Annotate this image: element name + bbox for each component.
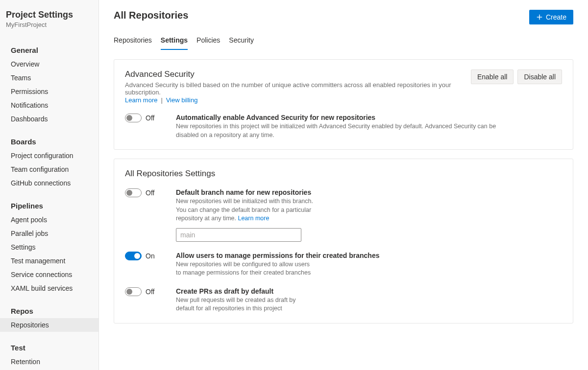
create-button-label: Create xyxy=(546,13,566,21)
sidebar-item-parallel-jobs[interactable]: Parallel jobs xyxy=(0,227,98,240)
link-separator: | xyxy=(161,96,162,104)
sidebar-item-service-connections[interactable]: Service connections xyxy=(0,268,98,281)
plus-icon xyxy=(536,14,543,21)
toggle-wrap: Off xyxy=(125,188,169,197)
sidebar: Project Settings MyFirstProject General … xyxy=(0,0,99,370)
sidebar-group-title: Test xyxy=(0,341,98,355)
create-button[interactable]: Create xyxy=(529,10,573,24)
manage-permissions-toggle[interactable] xyxy=(125,252,142,260)
disable-all-button[interactable]: Disable all xyxy=(517,69,562,84)
page-title: All Repositories xyxy=(114,10,188,21)
toggle-state-label: On xyxy=(146,252,155,260)
sidebar-group-title: Pipelines xyxy=(0,199,98,213)
sidebar-item-xaml-build-services[interactable]: XAML build services xyxy=(0,281,98,295)
default-branch-input[interactable] xyxy=(176,228,301,242)
setting-title: Allow users to manage permissions for th… xyxy=(176,252,519,259)
card-header: Advanced Security Advanced Security is b… xyxy=(125,69,562,104)
sidebar-item-retention[interactable]: Retention xyxy=(0,355,98,369)
action-buttons: Enable all Disable all xyxy=(471,69,562,84)
setting-body: Allow users to manage permissions for th… xyxy=(176,252,519,278)
sidebar-item-github-connections[interactable]: GitHub connections xyxy=(0,176,98,190)
toggle-state-label: Off xyxy=(146,114,154,122)
default-branch-toggle[interactable] xyxy=(125,188,142,197)
section-desc: Advanced Security is billed based on the… xyxy=(125,81,461,96)
setting-title: Default branch name for new repositories xyxy=(176,188,519,196)
sidebar-item-settings[interactable]: Settings xyxy=(0,240,98,254)
tab-settings[interactable]: Settings xyxy=(161,33,188,50)
page-header: All Repositories Create xyxy=(114,10,573,24)
sidebar-item-teams[interactable]: Teams xyxy=(0,71,98,85)
sidebar-group-title: Boards xyxy=(0,135,98,149)
setting-manage-permissions: On Allow users to manage permissions for… xyxy=(125,252,562,278)
setting-desc: New pull requests will be created as dra… xyxy=(176,296,313,313)
enable-all-button[interactable]: Enable all xyxy=(471,69,514,84)
all-repo-settings-card: All Repositories Settings Off Default br… xyxy=(114,159,573,324)
learn-more-link[interactable]: Learn more xyxy=(125,96,157,104)
sidebar-item-dashboards[interactable]: Dashboards xyxy=(0,112,98,126)
setting-title: Create PRs as draft by default xyxy=(176,287,519,295)
sidebar-item-overview[interactable]: Overview xyxy=(0,57,98,71)
sidebar-group-general: General Overview Teams Permissions Notif… xyxy=(0,43,98,126)
sidebar-title: Project Settings xyxy=(6,10,93,20)
sidebar-item-notifications[interactable]: Notifications xyxy=(0,98,98,112)
auto-enable-toggle[interactable] xyxy=(125,114,142,122)
section-title: Advanced Security xyxy=(125,69,461,79)
sidebar-item-test-management[interactable]: Test management xyxy=(0,254,98,268)
toggle-wrap: On xyxy=(125,252,169,260)
setting-body: Automatically enable Advanced Security f… xyxy=(176,114,519,139)
setting-auto-enable: Off Automatically enable Advanced Securi… xyxy=(125,114,562,139)
sidebar-item-permissions[interactable]: Permissions xyxy=(0,85,98,98)
main-content: All Repositories Create Repositories Set… xyxy=(99,0,588,370)
setting-desc: New repositories will be configured to a… xyxy=(176,260,313,278)
view-billing-link[interactable]: View billing xyxy=(166,96,198,104)
sidebar-group-test: Test Retention xyxy=(0,341,98,369)
tab-repositories[interactable]: Repositories xyxy=(114,33,152,50)
advanced-security-card: Advanced Security Advanced Security is b… xyxy=(114,59,573,150)
sidebar-subtitle: MyFirstProject xyxy=(6,21,93,28)
sidebar-item-repositories[interactable]: Repositories xyxy=(0,318,98,332)
setting-title: Automatically enable Advanced Security f… xyxy=(176,114,519,121)
setting-desc: New repositories will be initialized wit… xyxy=(176,197,313,223)
tab-security[interactable]: Security xyxy=(229,33,254,50)
setting-body: Create PRs as draft by default New pull … xyxy=(176,287,519,313)
tabs: Repositories Settings Policies Security xyxy=(114,33,573,50)
toggle-state-label: Off xyxy=(146,288,154,296)
sidebar-group-pipelines: Pipelines Agent pools Parallel jobs Sett… xyxy=(0,199,98,295)
sidebar-item-team-configuration[interactable]: Team configuration xyxy=(0,162,98,176)
sidebar-item-project-configuration[interactable]: Project configuration xyxy=(0,149,98,162)
sidebar-group-repos: Repos Repositories xyxy=(0,304,98,332)
toggle-wrap: Off xyxy=(125,287,169,296)
tab-policies[interactable]: Policies xyxy=(196,33,220,50)
sidebar-header: Project Settings MyFirstProject xyxy=(0,10,98,34)
draft-pr-toggle[interactable] xyxy=(125,287,142,296)
sidebar-item-agent-pools[interactable]: Agent pools xyxy=(0,213,98,227)
section-links: Learn more | View billing xyxy=(125,96,461,104)
setting-body: Default branch name for new repositories… xyxy=(176,188,519,242)
learn-more-link[interactable]: Learn more xyxy=(238,215,269,222)
sidebar-group-title: Repos xyxy=(0,304,98,318)
sidebar-group-boards: Boards Project configuration Team config… xyxy=(0,135,98,190)
setting-desc: New repositories in this project will be… xyxy=(176,122,519,139)
section-title: All Repositories Settings xyxy=(125,169,562,179)
setting-draft-pr: Off Create PRs as draft by default New p… xyxy=(125,287,562,313)
toggle-state-label: Off xyxy=(146,189,154,197)
toggle-wrap: Off xyxy=(125,114,169,122)
setting-default-branch: Off Default branch name for new reposito… xyxy=(125,188,562,242)
sidebar-group-title: General xyxy=(0,43,98,57)
